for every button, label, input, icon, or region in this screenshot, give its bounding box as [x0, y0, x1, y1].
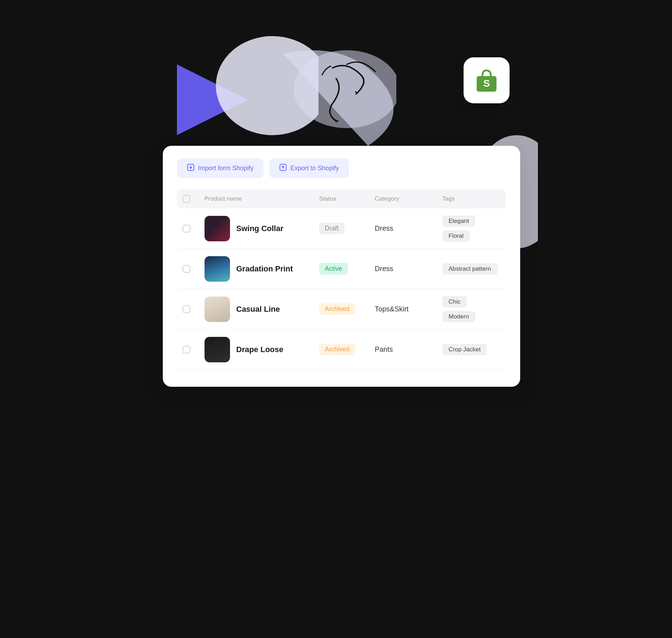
product-name-cell: Drape Loose — [197, 329, 312, 369]
row-checkbox[interactable] — [183, 265, 190, 273]
product-name-text: Drape Loose — [236, 345, 283, 354]
product-status-cell: Archived — [312, 289, 368, 329]
svg-marker-0 — [177, 64, 248, 135]
product-image — [205, 337, 230, 362]
tag-pill: Elegant — [442, 215, 476, 227]
tag-pill: Modern — [442, 311, 476, 322]
row-checkbox-cell — [177, 329, 197, 369]
category-text: Dress — [375, 224, 393, 232]
product-name-text: Gradation Print — [236, 264, 293, 274]
row-checkbox[interactable] — [183, 225, 190, 232]
import-icon — [187, 163, 195, 173]
product-table: Product name Status Category Tags — [177, 189, 506, 370]
table-row: Gradation Print Active Dress Abstract pa… — [177, 249, 506, 289]
product-name-cell: Casual Line — [197, 289, 312, 329]
product-image — [205, 256, 230, 282]
product-tags-cell: Abstract pattern — [435, 249, 506, 289]
row-checkbox-cell — [177, 249, 197, 289]
column-header-status: Status — [319, 195, 336, 202]
svg-point-1 — [216, 36, 318, 135]
column-header-tags: Tags — [442, 195, 455, 202]
product-category-cell: Dress — [368, 249, 435, 289]
status-badge: Draft — [319, 223, 344, 234]
main-card: Import form Shopify Export to Shopify — [163, 146, 520, 387]
import-button-label: Import form Shopify — [198, 165, 254, 172]
product-tags-cell: ElegantFloral — [435, 208, 506, 249]
tag-pill: Chic — [442, 296, 467, 307]
product-tags-cell: ChicModern — [435, 289, 506, 329]
product-name-text: Casual Line — [236, 305, 280, 314]
status-badge: Active — [319, 263, 348, 275]
status-badge: Archived — [319, 303, 355, 315]
import-shopify-button[interactable]: Import form Shopify — [177, 159, 264, 178]
column-header-name: Product name — [205, 195, 242, 202]
table-row: Drape Loose Archived Pants Crop Jacket — [177, 329, 506, 369]
table-header-row: Product name Status Category Tags — [177, 189, 506, 208]
product-name-text: Swing Collar — [236, 224, 283, 233]
category-text: Pants — [375, 345, 393, 353]
row-checkbox-cell — [177, 289, 197, 329]
row-checkbox-cell — [177, 208, 197, 249]
product-tags-cell: Crop Jacket — [435, 329, 506, 369]
bg-decoration-left — [156, 36, 318, 163]
category-text: Tops&Skirt — [375, 305, 409, 313]
product-category-cell: Dress — [368, 208, 435, 249]
product-name-cell: Gradation Print — [197, 249, 312, 289]
column-header-category: Category — [375, 195, 399, 202]
handwritten-decoration — [276, 47, 396, 153]
category-text: Dress — [375, 265, 393, 272]
product-status-cell: Archived — [312, 329, 368, 369]
export-icon — [279, 163, 287, 173]
row-checkbox[interactable] — [183, 346, 190, 354]
product-category-cell: Pants — [368, 329, 435, 369]
product-category-cell: Tops&Skirt — [368, 289, 435, 329]
table-row: Casual Line Archived Tops&Skirt ChicMode… — [177, 289, 506, 329]
export-button-label: Export to Shopify — [291, 165, 339, 172]
product-status-cell: Active — [312, 249, 368, 289]
table-row: Swing Collar Draft Dress ElegantFloral — [177, 208, 506, 249]
buttons-row: Import form Shopify Export to Shopify — [177, 159, 506, 178]
tag-pill: Crop Jacket — [442, 344, 487, 355]
tag-pill: Floral — [442, 230, 470, 242]
row-checkbox[interactable] — [183, 305, 190, 313]
header-checkbox[interactable] — [183, 195, 190, 203]
shopify-logo-icon: S — [474, 66, 499, 94]
shopify-badge: S — [464, 57, 510, 103]
status-badge: Archived — [319, 344, 355, 355]
svg-point-3 — [294, 50, 396, 128]
product-status-cell: Draft — [312, 208, 368, 249]
tag-pill: Abstract pattern — [442, 263, 498, 275]
product-image — [205, 216, 230, 241]
svg-text:S: S — [483, 78, 490, 89]
product-name-cell: Swing Collar — [197, 208, 312, 249]
export-shopify-button[interactable]: Export to Shopify — [269, 159, 349, 178]
product-image — [205, 297, 230, 322]
